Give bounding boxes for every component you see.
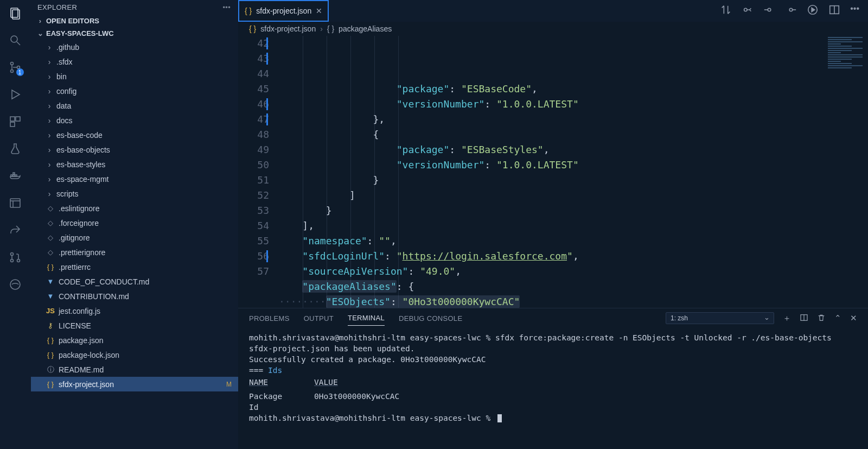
file-README.md[interactable]: ⓘREADME.md	[31, 362, 238, 377]
chevron-right-icon: ›	[46, 102, 53, 110]
source-control-icon[interactable]: 1	[8, 60, 23, 75]
file-CODE_OF_CONDUCT.md[interactable]: ▼CODE_OF_CONDUCT.md	[31, 274, 238, 289]
file-.prettierrc[interactable]: { }.prettierrc	[31, 260, 238, 274]
tab-sfdx-project[interactable]: { } sfdx-project.json ✕	[238, 0, 329, 22]
chevron-right-icon: ›	[46, 146, 53, 154]
file-label: package-lock.json	[59, 351, 119, 359]
run-debug-icon[interactable]	[8, 87, 23, 102]
close-panel-icon[interactable]: ✕	[850, 313, 857, 323]
folder-es-base-objects[interactable]: ›es-base-objects	[31, 142, 238, 157]
tab-terminal[interactable]: TERMINAL	[348, 311, 385, 326]
kill-terminal-icon[interactable]	[817, 313, 826, 324]
code-content[interactable]: "package": "ESBaseCode", "versionNumber"…	[279, 36, 868, 308]
sidebar-more-icon[interactable]: •••	[222, 3, 231, 11]
extensions-icon[interactable]	[8, 114, 23, 129]
docker-icon[interactable]	[8, 168, 23, 184]
terminal-content[interactable]: mohith.shrivastava@mohithshri-ltm easy-s…	[238, 328, 868, 449]
compare-changes-icon[interactable]	[720, 4, 732, 18]
go-forward-icon[interactable]	[785, 4, 797, 18]
terminal-header-row: NAME VALUE	[249, 377, 857, 388]
editor-area: { } sfdx-project.json ✕ ••• { } sfdx-pro…	[238, 0, 868, 449]
chevron-right-icon: ›	[46, 87, 53, 96]
open-changes-icon[interactable]	[742, 4, 754, 18]
svg-point-4	[10, 62, 13, 65]
file-jest.config.js[interactable]: JSjest.config.js	[31, 303, 238, 318]
file-package-lock.json[interactable]: { }package-lock.json	[31, 347, 238, 362]
chevron-right-icon: ›	[46, 72, 53, 81]
terminal-line: sfdx-project.json has been updated.	[249, 343, 857, 354]
salesforce-icon[interactable]	[8, 277, 23, 292]
folder-config[interactable]: ›config	[31, 84, 238, 98]
file-package.json[interactable]: { }package.json	[31, 333, 238, 347]
folder-label: bin	[56, 72, 67, 81]
file-CONTRIBUTION.md[interactable]: ▼CONTRIBUTION.md	[31, 289, 238, 303]
chevron-down-icon: ⌄	[36, 29, 44, 37]
breadcrumb-file[interactable]: sfdx-project.json	[260, 24, 316, 33]
tab-problems[interactable]: PROBLEMS	[249, 311, 290, 326]
svg-line-3	[17, 42, 20, 45]
folder-label: docs	[56, 116, 73, 125]
tab-output[interactable]: OUTPUT	[304, 311, 334, 326]
folder-scripts[interactable]: ›scripts	[31, 186, 238, 201]
open-editors-section[interactable]: › OPEN EDITORS	[30, 15, 238, 27]
pull-request-icon[interactable]	[8, 250, 23, 265]
preview-icon[interactable]	[8, 195, 23, 211]
folder-es-base-styles[interactable]: ›es-base-styles	[31, 157, 238, 172]
explorer-icon[interactable]	[8, 5, 23, 21]
folder-label: config	[56, 87, 76, 96]
breadcrumb-separator: ›	[320, 24, 323, 33]
terminal-data-row: Package Id 0Ho3t000000KywcCAC	[249, 391, 857, 413]
svg-rect-9	[16, 117, 20, 121]
chevron-right-icon: ›	[46, 175, 53, 184]
file-label: .prettierrc	[59, 263, 91, 271]
file-sfdx-project.json[interactable]: { }sfdx-project.jsonM	[31, 377, 238, 391]
svg-point-23	[768, 8, 771, 11]
go-back-icon[interactable]	[763, 4, 775, 18]
file-label: .gitignore	[59, 233, 90, 242]
file-.eslintignore[interactable]: ◇.eslintignore	[31, 201, 238, 216]
folder-label: scripts	[56, 189, 78, 198]
minimap[interactable]	[825, 36, 868, 112]
terminal-select[interactable]: 1: zsh	[666, 312, 774, 324]
folder-label: es-base-code	[56, 131, 103, 140]
file-LICENSE[interactable]: ⚷LICENSE	[31, 318, 238, 333]
project-label: EASY-SPACES-LWC	[46, 29, 114, 37]
file-.gitignore[interactable]: ◇.gitignore	[31, 230, 238, 245]
folder-es-base-code[interactable]: ›es-base-code	[31, 128, 238, 142]
testing-icon[interactable]	[8, 141, 23, 156]
more-actions-icon[interactable]: •••	[850, 4, 859, 18]
search-icon[interactable]	[8, 33, 23, 48]
project-section[interactable]: ⌄ EASY-SPACES-LWC	[30, 27, 238, 40]
scm-status: M	[226, 381, 232, 388]
folder-es-space-mgmt[interactable]: ›es-space-mgmt	[31, 172, 238, 186]
chevron-right-icon: ›	[36, 17, 44, 25]
file-label: sfdx-project.json	[59, 380, 114, 389]
share-icon[interactable]	[8, 223, 23, 238]
file-.forceignore[interactable]: ◇.forceignore	[31, 216, 238, 230]
file-.prettierignore[interactable]: ◇.prettierignore	[31, 245, 238, 260]
folder-label: es-base-styles	[56, 160, 105, 169]
sidebar-title: EXPLORER	[37, 3, 77, 11]
svg-point-22	[744, 8, 748, 11]
split-terminal-icon[interactable]	[800, 313, 808, 324]
file-tree: ›.github›.sfdx›bin›config›data›docs›es-b…	[30, 40, 238, 449]
explorer-sidebar: EXPLORER ••• › OPEN EDITORS ⌄ EASY-SPACE…	[30, 0, 238, 449]
folder-data[interactable]: ›data	[31, 98, 238, 113]
folder-docs[interactable]: ›docs	[31, 113, 238, 128]
close-tab-icon[interactable]: ✕	[316, 7, 322, 15]
folder-.github[interactable]: ›.github	[31, 40, 238, 54]
folder-bin[interactable]: ›bin	[31, 69, 238, 84]
tab-debug-console[interactable]: DEBUG CONSOLE	[399, 311, 462, 326]
code-editor[interactable]: 42434445464748495051525354555657 "packag…	[238, 36, 868, 308]
run-icon[interactable]	[807, 4, 819, 18]
breadcrumb-symbol[interactable]: packageAliases	[339, 24, 392, 33]
tab-label: sfdx-project.json	[256, 7, 311, 15]
svg-point-2	[11, 36, 17, 42]
split-editor-icon[interactable]	[828, 4, 840, 18]
breadcrumb[interactable]: { } sfdx-project.json › { } packageAlias…	[238, 22, 868, 36]
activity-bar: 1	[0, 0, 30, 449]
new-terminal-icon[interactable]: ＋	[783, 313, 791, 324]
maximize-panel-icon[interactable]: ⌃	[834, 313, 841, 323]
folder-label: .sfdx	[56, 58, 73, 66]
folder-.sfdx[interactable]: ›.sfdx	[31, 54, 238, 69]
